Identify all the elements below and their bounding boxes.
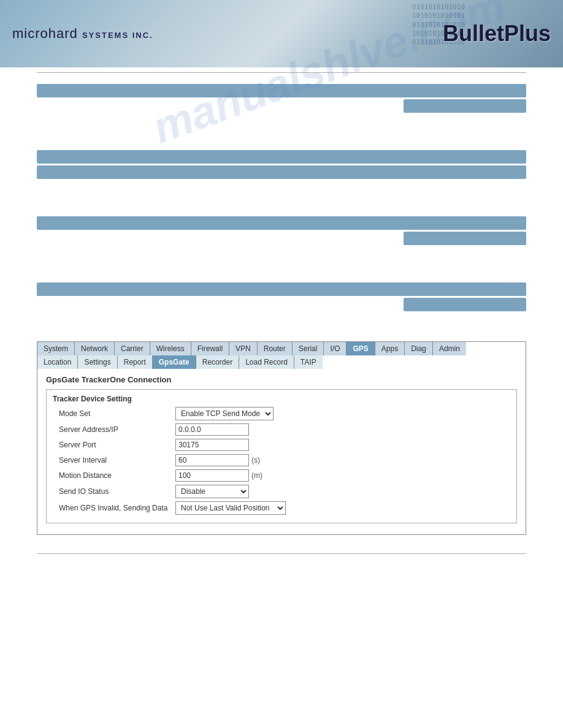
content-panel: GpsGate TrackerOne Connection Tracker De…: [37, 369, 526, 535]
deco-bar-2b: [37, 165, 526, 179]
nav-wireless[interactable]: Wireless: [150, 342, 191, 355]
nav-apps[interactable]: Apps: [375, 342, 405, 355]
nav-row-2: Location Settings Report GpsGate Recorde…: [37, 355, 526, 369]
deco-bar-1a: [37, 84, 526, 97]
nav-location[interactable]: Location: [37, 355, 78, 369]
label-server-port: Server Port: [53, 441, 175, 449]
nav-recorder[interactable]: Recorder: [196, 355, 239, 369]
nav-serial[interactable]: Serial: [293, 342, 324, 355]
nav-vpn[interactable]: VPN: [229, 342, 258, 355]
label-send-io-status: Send IO Status: [53, 487, 175, 496]
nav-load-record[interactable]: Load Record: [239, 355, 294, 369]
deco-bar-4a: [37, 282, 526, 296]
section-box: Tracker Device Setting Mode Set Enable T…: [46, 389, 517, 523]
label-server-interval: Server Interval: [53, 456, 175, 464]
nav-io[interactable]: I/O: [324, 342, 347, 355]
deco-section-4: [0, 276, 563, 338]
brand-block: microhard SYSTEMS INC.: [12, 26, 153, 42]
nav-system[interactable]: System: [37, 342, 75, 355]
microhard-text: microhard: [12, 26, 78, 41]
footer-divider: [37, 553, 526, 554]
nav-report[interactable]: Report: [118, 355, 153, 369]
header: microhard SYSTEMS INC. 01010101010101010…: [0, 0, 563, 67]
nav-carrier[interactable]: Carrier: [115, 342, 150, 355]
nav-gps[interactable]: GPS: [347, 342, 375, 355]
form-row-mode-set: Mode Set Enable TCP Send Mode Disable: [53, 407, 510, 420]
input-server-interval[interactable]: [175, 454, 249, 466]
form-row-server-interval: Server Interval (s): [53, 454, 510, 466]
form-row-motion-distance: Motion Distance (m): [53, 469, 510, 482]
nav-diag[interactable]: Diag: [405, 342, 433, 355]
input-server-address[interactable]: [175, 423, 249, 436]
select-gps-invalid[interactable]: Not Use Last Valid Position Use Last Val…: [175, 501, 286, 515]
label-mode-set: Mode Set: [53, 409, 175, 418]
deco-section-2: [0, 144, 563, 205]
unit-server-interval: (s): [251, 456, 260, 464]
product-name: BulletPlus: [443, 21, 551, 47]
deco-section-3: [0, 210, 563, 271]
deco-bar-3a: [37, 216, 526, 230]
deco-bar-2a: [37, 150, 526, 164]
main-content: System Network Carrier Wireless Firewall…: [0, 341, 563, 535]
deco-bar-3b: [404, 232, 526, 245]
form-row-server-port: Server Port: [53, 439, 510, 451]
select-mode-set[interactable]: Enable TCP Send Mode Disable: [175, 407, 274, 420]
label-gps-invalid: When GPS Invalid, Sending Data: [53, 504, 175, 512]
form-row-send-io-status: Send IO Status Disable Enable: [53, 485, 510, 498]
form-row-gps-invalid: When GPS Invalid, Sending Data Not Use L…: [53, 501, 510, 515]
deco-section-1: [0, 78, 563, 139]
form-row-server-address: Server Address/IP: [53, 423, 510, 436]
nav-gpsgate[interactable]: GpsGate: [153, 355, 196, 369]
panel-title: GpsGate TrackerOne Connection: [46, 375, 517, 384]
nav-router[interactable]: Router: [258, 342, 293, 355]
nav-firewall[interactable]: Firewall: [191, 342, 229, 355]
select-send-io-status[interactable]: Disable Enable: [175, 485, 249, 498]
unit-motion-distance: (m): [251, 471, 262, 480]
deco-bar-4b: [404, 298, 526, 311]
header-divider: [37, 72, 526, 73]
brand-name: microhard SYSTEMS INC.: [12, 26, 153, 42]
decorative-area: manualshlve.com: [0, 78, 563, 338]
nav-taip[interactable]: TAIP: [294, 355, 323, 369]
label-server-address: Server Address/IP: [53, 425, 175, 434]
systems-text: SYSTEMS INC.: [82, 31, 153, 40]
section-title: Tracker Device Setting: [53, 395, 510, 403]
nav-admin[interactable]: Admin: [433, 342, 466, 355]
input-server-port[interactable]: [175, 439, 249, 451]
nav-network[interactable]: Network: [75, 342, 115, 355]
deco-bar-1b: [404, 99, 526, 113]
nav-row-1: System Network Carrier Wireless Firewall…: [37, 341, 526, 355]
label-motion-distance: Motion Distance: [53, 471, 175, 480]
input-motion-distance[interactable]: [175, 469, 249, 482]
nav-settings[interactable]: Settings: [78, 355, 117, 369]
